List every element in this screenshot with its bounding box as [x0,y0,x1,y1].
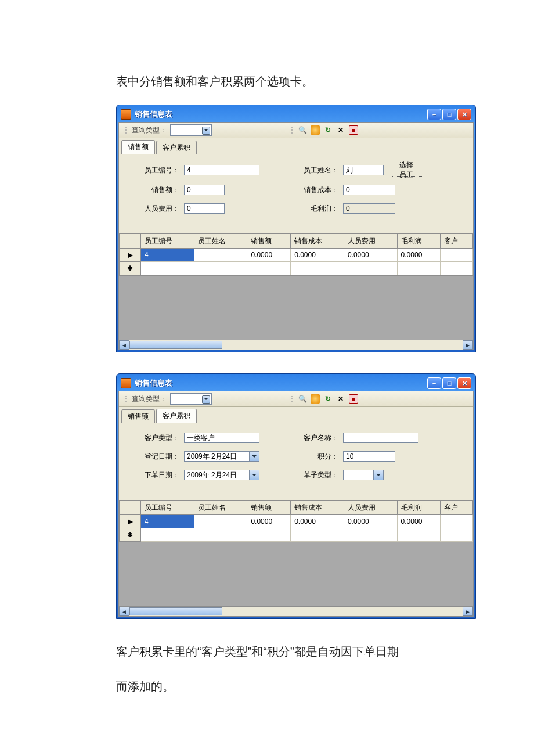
scroll-left-icon[interactable]: ◄ [119,340,129,350]
stop-icon[interactable]: ■ [349,394,358,404]
query-type-label: 查询类型： [132,394,167,404]
order-date-picker[interactable] [184,470,259,480]
titlebar[interactable]: 销售信息表 – □ ✕ [118,107,474,122]
maximize-button[interactable]: □ [442,377,456,389]
order-type-combo[interactable] [343,470,384,480]
cell-cost[interactable]: 0.0000 [291,249,344,262]
new-row[interactable]: ✱ [120,528,473,542]
toolbar: ⋮ 查询类型： ⋮ 🔍 ↻ ✕ ■ [119,123,473,138]
edit-icon[interactable] [311,125,320,135]
select-employee-button[interactable]: 选择员工 [392,164,424,177]
employee-name-input[interactable] [343,165,384,175]
scroll-thumb[interactable] [129,341,222,349]
cell-cust[interactable] [441,249,473,262]
col-emp-id[interactable]: 员工编号 [141,501,194,515]
cell-fee[interactable]: 0.0000 [344,249,397,262]
stop-icon[interactable]: ■ [349,125,358,135]
col-emp-id[interactable]: 员工编号 [141,234,194,249]
cell-emp-name[interactable] [194,249,247,262]
scroll-thumb[interactable] [129,607,222,615]
customer-type-input[interactable] [184,433,259,443]
dropdown-icon[interactable] [373,470,383,480]
query-type-label: 查询类型： [132,125,167,135]
tab-customer[interactable]: 客户累积 [156,141,197,154]
customer-name-input[interactable] [343,433,418,443]
maximize-button[interactable]: □ [442,109,456,120]
horizontal-scrollbar[interactable]: ◄ ► [119,606,473,616]
close-button[interactable]: ✕ [457,377,471,389]
dropdown-icon[interactable] [249,470,259,480]
cell-cost[interactable]: 0.0000 [291,515,344,528]
points-label: 积分： [286,452,338,462]
scroll-right-icon[interactable]: ► [463,340,473,350]
query-type-combo[interactable] [170,393,212,405]
col-cust[interactable]: 客户 [441,501,473,515]
scroll-right-icon[interactable]: ► [463,607,473,616]
customer-window: 销售信息表 – □ ✕ ⋮ 查询类型： ⋮ 🔍 ↻ ✕ ■ 销售额 客户累积 客… [116,373,476,619]
search-icon[interactable]: 🔍 [298,125,307,135]
toolbar-grip-icon: ⋮ [122,395,128,403]
cell-sales[interactable]: 0.0000 [247,249,291,262]
table-row[interactable]: ▶ 4 0.0000 0.0000 0.0000 0.0000 [120,249,473,262]
col-fee[interactable]: 人员费用 [344,501,397,515]
horizontal-scrollbar[interactable]: ◄ ► [119,340,473,350]
col-sales[interactable]: 销售额 [247,501,291,515]
row-header-col [120,234,141,249]
col-cost[interactable]: 销售成本 [291,501,344,515]
col-gross[interactable]: 毛利润 [397,501,441,515]
table-row[interactable]: ▶ 4 0.0000 0.0000 0.0000 0.0000 [120,515,473,528]
window-title: 销售信息表 [135,109,172,120]
grid-empty-area [119,275,473,340]
titlebar[interactable]: 销售信息表 – □ ✕ [118,376,474,391]
gross-label: 毛利润： [286,204,338,214]
cell-cust[interactable] [441,515,473,528]
person-fee-input[interactable] [184,203,225,214]
sales-label: 销售额： [127,185,179,195]
col-cost[interactable]: 销售成本 [291,234,344,249]
tab-sales[interactable]: 销售额 [121,140,155,154]
col-emp-name[interactable]: 员工姓名 [194,501,247,515]
col-fee[interactable]: 人员费用 [344,234,397,249]
employee-id-input[interactable] [184,165,259,175]
cell-emp-name[interactable] [194,515,247,528]
query-type-combo[interactable] [170,124,212,136]
refresh-icon[interactable]: ↻ [323,394,333,404]
scroll-left-icon[interactable]: ◄ [119,607,129,616]
tab-customer[interactable]: 客户累积 [156,409,197,423]
order-date-input[interactable] [184,470,259,480]
search-icon[interactable]: 🔍 [298,394,307,404]
app-icon [121,378,131,388]
sales-input[interactable] [184,185,225,195]
register-date-picker[interactable] [184,451,259,462]
col-emp-name[interactable]: 员工姓名 [194,234,247,249]
cell-gross[interactable]: 0.0000 [397,515,441,528]
close-button[interactable]: ✕ [457,109,471,120]
data-grid[interactable]: 员工编号 员工姓名 销售额 销售成本 人员费用 毛利润 客户 ▶ 4 0.00 [119,233,473,350]
toolbar: ⋮ 查询类型： ⋮ 🔍 ↻ ✕ ■ [119,391,473,407]
cell-emp-id[interactable]: 4 [141,249,194,262]
minimize-button[interactable]: – [427,377,441,389]
new-row[interactable]: ✱ [120,262,473,275]
col-sales[interactable]: 销售额 [247,234,291,249]
cell-gross[interactable]: 0.0000 [397,249,441,262]
register-date-label: 登记日期： [127,452,179,462]
cell-emp-id[interactable]: 4 [141,515,194,528]
col-gross[interactable]: 毛利润 [397,234,441,249]
delete-icon[interactable]: ✕ [336,394,345,404]
cell-sales[interactable]: 0.0000 [247,515,291,528]
register-date-input[interactable] [184,451,259,462]
col-cust[interactable]: 客户 [441,234,473,249]
sales-cost-input[interactable] [343,185,395,195]
current-row-indicator-icon: ▶ [120,515,141,528]
dropdown-icon[interactable] [249,452,259,461]
minimize-button[interactable]: – [427,109,441,120]
edit-icon[interactable] [311,394,320,404]
points-input[interactable] [343,451,395,462]
cell-fee[interactable]: 0.0000 [344,515,397,528]
refresh-icon[interactable]: ↻ [323,125,333,135]
delete-icon[interactable]: ✕ [336,125,345,135]
data-grid[interactable]: 员工编号 员工姓名 销售额 销售成本 人员费用 毛利润 客户 ▶ 4 0.00 [119,500,473,616]
customer-name-label: 客户名称： [286,433,338,443]
tab-sales[interactable]: 销售额 [121,409,155,423]
outro-paragraph-2: 而添加的。 [116,675,488,698]
